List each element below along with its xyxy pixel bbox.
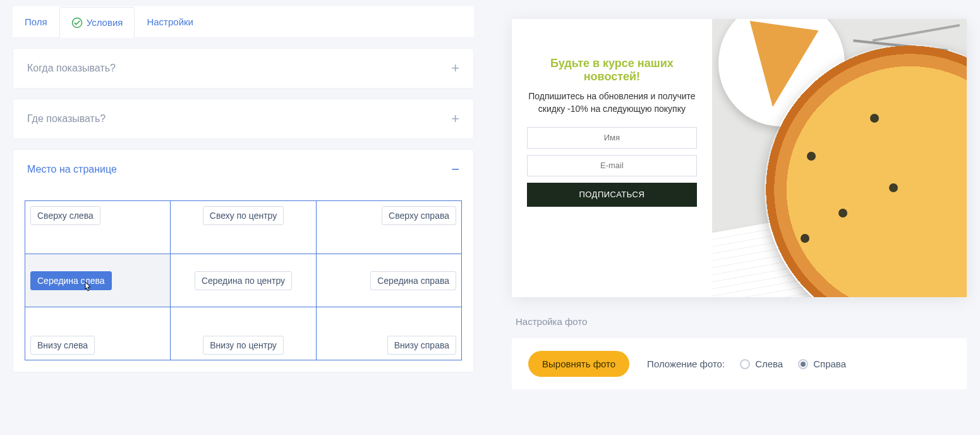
accordion-where-header[interactable]: Где показывать? + <box>13 99 473 138</box>
accordion-when: Когда показывать? + <box>13 48 474 89</box>
position-chip-middle-left-label: Середина слева <box>37 276 105 286</box>
accordion-when-header[interactable]: Когда показывать? + <box>13 49 473 88</box>
tab-conditions[interactable]: Условия <box>59 7 135 38</box>
photo-position-left-label: Слева <box>755 358 783 369</box>
popup-preview: Будьте в курсе наших новостей! Подпишите… <box>512 19 967 297</box>
position-chip-top-right[interactable]: Сверху справа <box>382 206 456 225</box>
photo-position-left[interactable]: Слева <box>740 358 783 369</box>
photo-settings-bar: Выровнять фото Положение фото: Слева Спр… <box>512 338 967 389</box>
align-photo-button[interactable]: Выровнять фото <box>528 351 629 377</box>
popup-title: Будьте в курсе наших новостей! <box>527 57 697 83</box>
plus-icon: + <box>451 60 459 77</box>
accordion-where: Где показывать? + <box>13 99 474 139</box>
popup-image-side <box>712 19 967 297</box>
position-cell-top-center[interactable]: Свеху по центру <box>171 201 316 254</box>
radio-off-icon <box>740 359 750 369</box>
minus-icon: − <box>451 161 459 178</box>
tab-fields[interactable]: Поля <box>13 6 59 37</box>
position-cell-middle-center[interactable]: Середина по центру <box>171 254 316 307</box>
photo-settings-label: Настройка фото <box>516 316 967 327</box>
position-chip-middle-left[interactable]: Середина слева <box>30 271 112 290</box>
position-chip-bottom-left[interactable]: Внизу слева <box>30 336 95 355</box>
position-cell-top-right[interactable]: Сверху справа <box>316 201 461 254</box>
position-chip-middle-right[interactable]: Середина справа <box>370 271 456 290</box>
position-grid: Сверху слева Свеху по центру Сверху спра… <box>13 189 473 372</box>
position-cell-middle-right[interactable]: Середина справа <box>316 254 461 307</box>
name-field[interactable] <box>527 127 697 149</box>
accordion-place: Место на странице − Сверху слева Свеху п… <box>13 149 474 372</box>
position-cell-bottom-right[interactable]: Внизу справа <box>316 307 461 360</box>
position-cell-bottom-left[interactable]: Внизу слева <box>25 307 171 360</box>
position-chip-middle-center[interactable]: Середина по центру <box>195 271 292 290</box>
tab-settings[interactable]: Настройки <box>135 6 205 37</box>
email-field[interactable] <box>527 155 697 176</box>
position-cell-top-left[interactable]: Сверху слева <box>25 201 171 254</box>
photo-position-right-label: Справа <box>813 358 846 369</box>
accordion-when-label: Когда показывать? <box>27 63 116 74</box>
photo-position-right[interactable]: Справа <box>798 358 846 369</box>
subscribe-button[interactable]: ПОДПИСАТЬСЯ <box>527 183 697 207</box>
svg-point-0 <box>72 18 82 27</box>
radio-on-icon <box>798 359 808 369</box>
popup-subtitle: Подпишитесь на обновления и получите ски… <box>527 90 697 116</box>
position-cell-bottom-center[interactable]: Внизу по центру <box>171 307 316 360</box>
accordion-place-label: Место на странице <box>27 164 117 175</box>
accordion-place-header[interactable]: Место на странице − <box>13 150 473 189</box>
photo-position-label: Положение фото: <box>647 358 725 369</box>
position-chip-bottom-right[interactable]: Внизу справа <box>387 336 456 355</box>
accordion-where-label: Где показывать? <box>27 113 106 125</box>
tab-conditions-label: Условия <box>87 17 123 28</box>
check-circle-icon <box>71 17 83 28</box>
popup-form-side: Будьте в курсе наших новостей! Подпишите… <box>512 19 712 297</box>
pizza-image-icon <box>712 19 967 297</box>
tabs: Поля Условия Настройки <box>13 6 474 38</box>
position-cell-middle-left[interactable]: Середина слева <box>25 254 171 307</box>
position-chip-top-left[interactable]: Сверху слева <box>30 206 100 225</box>
position-chip-bottom-center[interactable]: Внизу по центру <box>203 336 284 355</box>
position-chip-top-center[interactable]: Свеху по центру <box>203 206 284 225</box>
plus-icon: + <box>451 111 459 127</box>
